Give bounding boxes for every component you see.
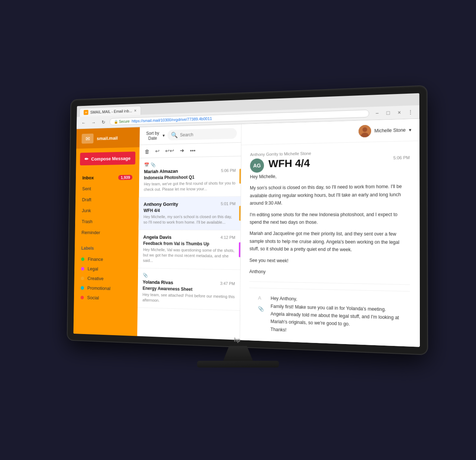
legal-dot <box>81 267 84 271</box>
undo-button[interactable]: ↩ <box>154 147 161 156</box>
reply-body-text: Family first! Make sure you call in for … <box>270 302 400 330</box>
calendar-icon: 📅 <box>144 162 149 168</box>
email-sender: Yolanda Rivas <box>143 279 173 285</box>
reply-all-button[interactable]: ↩↩ <box>164 146 175 155</box>
sidebar-item-draft[interactable]: Draft <box>75 194 139 205</box>
logo-icon: ✉ <box>81 133 93 143</box>
sidebar-item-sent[interactable]: Sent <box>75 182 139 194</box>
reply-body: Hey Anthony, Family first! Make sure you… <box>270 295 400 338</box>
sidebar-item-reminder[interactable]: Reminder <box>75 227 138 238</box>
label-finance[interactable]: Finance <box>81 254 131 265</box>
user-profile[interactable]: Michelle Stone ▾ <box>359 124 412 137</box>
email-item-icons: 📎 <box>143 273 235 279</box>
minimize-button[interactable]: − <box>372 108 382 118</box>
close-button[interactable]: × <box>395 108 404 117</box>
email-subject: Feedback from Val is Thumbs Up <box>143 241 235 247</box>
email-body-p1: My son's school is closed on this day, s… <box>250 183 410 207</box>
inbox-label: Inbox <box>82 175 94 181</box>
creative-dot <box>81 276 84 280</box>
email-item[interactable]: Angela Davis 4:12 PM Feedback from Val i… <box>138 230 240 270</box>
lock-icon: 🔒 <box>114 120 118 124</box>
sort-label: Sort by Date <box>144 130 161 141</box>
promotional-dot <box>81 286 84 290</box>
sender-avatar: AG <box>250 158 264 173</box>
email-actions-bar: 🗑 ↩ ↩↩ ➜ ••• <box>139 143 241 158</box>
secure-badge: 🔒 Secure <box>114 119 129 124</box>
search-box[interactable]: 🔍 <box>167 128 237 140</box>
stand-neck <box>223 346 253 361</box>
social-dot <box>81 295 84 299</box>
email-body-p5: Anthony <box>249 268 410 278</box>
sidebar-item-inbox[interactable]: Inbox 1,939 <box>76 172 139 184</box>
tab-label: SMAIL.MAIL - Email inb... <box>90 108 132 114</box>
email-item[interactable]: Anthony Gorrity 5:01 PM WFH 4/4 Hey Mich… <box>139 197 241 230</box>
labels-title: Labels <box>81 246 132 251</box>
sidebar-logo: ✉ smail.mail <box>76 127 140 149</box>
app-container: ✉ smail.mail ✏ Compose Message Inbox 1,9… <box>73 119 420 347</box>
stand-base <box>197 361 279 367</box>
more-options-button[interactable]: ⋮ <box>406 107 415 117</box>
tab-close-button[interactable]: × <box>134 108 136 113</box>
email-preview: Hey team, see attached! Print before our… <box>142 292 235 305</box>
email-list-toolbar: Sort by Date ▾ 🔍 <box>139 124 241 145</box>
monitor-wrapper: ✉ SMAIL.MAIL - Email inb... × ← → ↻ 🔒 Se… <box>33 26 443 434</box>
compose-button[interactable]: ✏ Compose Message <box>80 152 135 165</box>
compose-icon: ✏ <box>84 156 89 162</box>
user-name: Michelle Stone <box>374 127 406 134</box>
promotional-label: Promotional <box>87 285 110 291</box>
email-list: Sort by Date ▾ 🔍 🗑 ↩ ↩↩ ➜ ••• <box>137 124 242 340</box>
sidebar-item-trash[interactable]: Trash <box>75 216 139 227</box>
finance-dot <box>81 257 84 261</box>
inbox-badge: 1,939 <box>118 175 132 180</box>
email-item-header: Yolanda Rivas 3:47 PM <box>143 279 235 286</box>
email-subject: WFH 4/4 <box>144 208 235 213</box>
email-item[interactable]: 📎 Yolanda Rivas 3:47 PM Energy Awareness… <box>138 268 240 311</box>
email-priority <box>239 169 241 184</box>
search-icon: 🔍 <box>171 132 178 139</box>
nav-items: Inbox 1,939 Sent Draft Junk <box>75 169 139 241</box>
junk-label: Junk <box>82 208 91 213</box>
email-item-icons: 📅 📎 <box>144 161 236 168</box>
browser-actions: − □ × ⋮ <box>372 107 415 118</box>
email-item[interactable]: 📅 📎 Mariah Almazan 5:06 PM Indonesia Pho… <box>139 156 241 197</box>
email-priority <box>239 206 241 221</box>
label-legal[interactable]: Legal <box>81 264 131 274</box>
avatar <box>359 125 372 137</box>
label-creative[interactable]: Creative <box>81 273 131 284</box>
email-item-header: Mariah Almazan 5:06 PM <box>144 168 236 175</box>
email-item-header: Angela Davis 4:12 PM <box>143 234 235 240</box>
sort-button[interactable]: Sort by Date ▾ <box>144 130 165 141</box>
maximize-button[interactable]: □ <box>383 108 393 118</box>
email-preview: Hey Michelle, my son's school is closed … <box>144 214 236 226</box>
more-actions-button[interactable]: ••• <box>189 146 197 155</box>
profile-dropdown-icon[interactable]: ▾ <box>409 127 412 133</box>
email-subject: Indonesia Photoshoot Q1 <box>144 174 236 180</box>
email-time: 3:47 PM <box>220 281 235 286</box>
reply-block: A 📎 Hey Anthony, Family first! Make sure… <box>249 288 410 345</box>
label-social[interactable]: Social <box>80 292 131 304</box>
email-preview: Hey Michelle, Val was questioning some o… <box>143 247 235 265</box>
creative-label: Creative <box>87 276 104 281</box>
forward-button[interactable]: → <box>90 119 97 126</box>
monitor-stand <box>197 346 279 367</box>
sort-arrow: ▾ <box>163 133 165 138</box>
email-sender: Mariah Almazan <box>144 168 178 174</box>
email-body-p2: I'm editing some shots for the new Indon… <box>250 210 410 226</box>
finance-label: Finance <box>88 256 103 262</box>
forward-button[interactable]: ➜ <box>179 146 186 155</box>
back-button[interactable]: ← <box>80 119 87 126</box>
url-text: https://smail.mail/10300/nrgdrive/77389.… <box>132 116 212 123</box>
reply-letter-icon: A <box>258 295 264 301</box>
search-input[interactable] <box>180 131 233 137</box>
attachment-icon: 📎 <box>151 162 156 168</box>
email-body-p4: See you next week! <box>250 256 410 266</box>
delete-button[interactable]: 🗑 <box>144 147 151 156</box>
email-priority <box>239 242 240 257</box>
refresh-button[interactable]: ↻ <box>100 118 107 126</box>
label-promotional[interactable]: Promotional <box>81 283 131 294</box>
email-detail-subject: WFH 4/4 <box>268 157 310 170</box>
sidebar-item-junk[interactable]: Junk <box>75 205 139 216</box>
email-body: Hey Michelle, My son's school is closed … <box>249 171 410 278</box>
divider <box>249 281 410 285</box>
trash-label: Trash <box>82 219 93 224</box>
